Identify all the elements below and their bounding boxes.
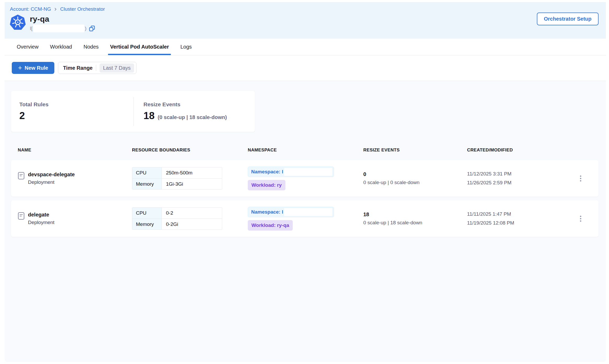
breadcrumb-page-link[interactable]: Cluster Orchestrator [60,6,105,12]
rule-name-cell: delegate Deployment [18,212,132,225]
resize-detail: 0 scale-up | 18 scale-down [363,220,467,226]
new-rule-button[interactable]: + New Rule [12,62,54,74]
created-modified-cell: 11/12/2025 3:31 PM 11/26/2025 2:59 PM [467,169,575,187]
copy-icon[interactable] [89,25,95,32]
resize-detail: 0 scale-up | 0 scale-down [363,180,467,185]
resize-count: 18 [363,212,467,218]
document-icon [18,212,25,221]
orchestrator-setup-button[interactable]: Orchestrator Setup [537,13,599,25]
workload-tag: Workload: ry-qa [248,220,293,231]
memory-value: 1Gi-3Gi [162,179,222,189]
toolbar: + New Rule Time Range Last 7 Days [5,55,606,81]
workload-tag: Workload: ry [248,180,285,190]
cluster-id-suffix: ) [85,26,87,31]
column-header-name: NAME [18,148,132,153]
memory-label: Memory [132,219,162,230]
rule-kind: Deployment [28,179,75,185]
column-header-resize-events: RESIZE EVENTS [363,148,467,153]
column-header-namespace: NAMESPACE [248,148,363,153]
created-modified-cell: 11/11/2025 1:47 PM 11/19/2025 12:08 PM [467,210,575,227]
breadcrumb-account-link[interactable]: Account: CCM-NG [10,6,51,12]
cluster-id-prefix: I[ [30,26,33,31]
row-actions-kebab-icon[interactable] [575,213,586,224]
table-row: devspace-delegate Deployment CPU 250m-50… [11,160,599,197]
resource-boundaries-cell: CPU 0-2 Memory 0-2Gi [132,207,248,230]
memory-value: 0-2Gi [162,219,222,230]
column-header-created-modified: CREATED/MODIFIED [467,148,575,153]
created-date: 11/11/2025 1:47 PM [467,210,575,219]
rule-kind: Deployment [28,220,54,225]
resize-events-detail: (0 scale-up | 18 scale-down) [158,114,227,120]
plus-icon: + [18,64,22,71]
namespace-cell: Namespace: l Workload: ry-qa [248,207,363,231]
resize-count: 0 [363,171,467,177]
tab-nodes[interactable]: Nodes [83,39,99,55]
chevron-right-icon [54,7,58,11]
tab-overview[interactable]: Overview [17,39,38,55]
breadcrumb: Account: CCM-NG Cluster Orchestrator [10,6,599,12]
resize-events-label: Resize Events [143,101,227,108]
tab-workload[interactable]: Workload [50,39,72,55]
total-rules-stat: Total Rules 2 [11,101,134,121]
cluster-id-redacted [33,25,84,32]
namespace-tag[interactable]: Namespace: l [248,207,334,217]
resize-events-value: 18 [143,110,154,121]
row-actions-kebab-icon[interactable] [575,173,586,184]
namespace-tag-label: Namespace: l [251,169,283,175]
memory-label: Memory [132,179,162,189]
namespace-redacted [284,208,332,216]
divider [96,65,96,71]
tab-logs[interactable]: Logs [180,39,192,55]
time-range-value: Last 7 Days [100,63,134,73]
namespace-tag[interactable]: Namespace: l [248,167,334,177]
resize-events-stat: Resize Events 18 (0 scale-up | 18 scale-… [134,101,227,121]
rules-table: NAME RESOURCE BOUNDARIES NAMESPACE RESIZ… [11,145,599,237]
cpu-value: 250m-500m [162,167,222,178]
document-icon [18,172,25,181]
namespace-cell: Namespace: l Workload: ry [248,167,363,190]
table-row: delegate Deployment CPU 0-2 Memory 0-2Gi [11,200,599,237]
total-rules-label: Total Rules [19,101,134,108]
tab-vertical-pod-autoscaler[interactable]: Vertical Pod AutoScaler [110,39,169,55]
modified-date: 11/26/2025 2:59 PM [467,178,575,187]
vpa-content: Total Rules 2 Resize Events 18 (0 scale-… [5,81,606,362]
resize-events-cell: 0 0 scale-up | 0 scale-down [363,171,467,185]
summary-card: Total Rules 2 Resize Events 18 (0 scale-… [11,91,255,132]
tab-bar: Overview Workload Nodes Vertical Pod Aut… [5,39,606,55]
page-title: ry-qa [30,15,95,24]
cpu-value: 0-2 [162,208,222,219]
resize-events-cell: 18 0 scale-up | 18 scale-down [363,212,467,226]
namespace-redacted [284,168,332,176]
created-date: 11/12/2025 3:31 PM [467,169,575,178]
column-header-resource-boundaries: RESOURCE BOUNDARIES [132,148,248,153]
kubernetes-icon [10,15,26,30]
time-range-selector[interactable]: Time Range Last 7 Days [58,62,136,74]
rule-name: delegate [28,212,54,218]
cluster-id-row: I[ ) [30,24,95,33]
resource-boundaries-cell: CPU 250m-500m Memory 1Gi-3Gi [132,167,248,190]
time-range-label: Time Range [63,65,93,71]
rules-table-header: NAME RESOURCE BOUNDARIES NAMESPACE RESIZ… [11,145,599,155]
cluster-header: Account: CCM-NG Cluster Orchestrator [5,2,606,39]
namespace-tag-label: Namespace: l [251,209,283,215]
cluster-orchestrator-app: Account: CCM-NG Cluster Orchestrator [5,2,606,362]
rule-name-cell: devspace-delegate Deployment [18,172,132,185]
modified-date: 11/19/2025 12:08 PM [467,219,575,227]
rule-name: devspace-delegate [28,172,75,178]
cpu-label: CPU [132,208,162,219]
total-rules-value: 2 [19,110,25,121]
cpu-label: CPU [132,167,162,178]
new-rule-label: New Rule [25,65,48,71]
